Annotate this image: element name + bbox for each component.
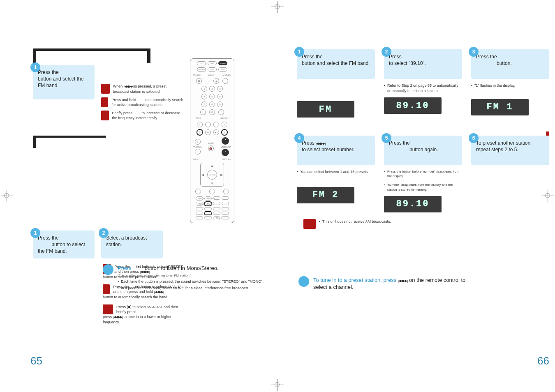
- remote-btn-dvd: DVD: [208, 61, 217, 65]
- remote-next-icon: ›|: [222, 129, 227, 135]
- remote-btn-pgm: [200, 109, 206, 115]
- footer-heading: Press button to listen in Mono/Stereo.: [118, 265, 264, 272]
- r-step1-box: Press the button and select the FM band.: [297, 49, 375, 79]
- remote-stop-icon: ■: [205, 129, 211, 135]
- sub-c-tail: press |◀◀ ▶▶| to tune in to a lower or h…: [103, 314, 185, 325]
- remote-label-tuning: TUNING/CH: [220, 145, 231, 148]
- step1b-box: Press the button to select the FM band.: [33, 231, 95, 258]
- remote-label-return: RETURN: [222, 158, 231, 161]
- footer-bullet-icon: [103, 264, 113, 275]
- step1b-text-a: Press the: [38, 235, 59, 241]
- lcd-display: FM 1: [471, 99, 529, 115]
- r-step5-b1: Press the button before 'number' disappe…: [384, 169, 462, 178]
- seek-icon: |◀◀ ▶▶|: [316, 142, 325, 145]
- r-step5-box: Press the button again.: [384, 136, 462, 165]
- footer-left: Press button to listen in Mono/Stereo. (…: [103, 265, 284, 291]
- r-step6-text: To preset another station, repeat steps …: [476, 140, 532, 152]
- step1-text-b: button and select the FM band.: [38, 76, 83, 88]
- r-step3-b: button.: [497, 60, 512, 66]
- remote-fwd-icon: »: [222, 122, 227, 127]
- r-step1-a: Press the: [302, 54, 323, 60]
- remote-label-menu: MENU: [193, 158, 199, 161]
- seek-icon: |◀◀ ▶▶|: [398, 279, 407, 283]
- step2b-number: 2: [99, 228, 109, 238]
- remote-numpad: 123 456 789: [201, 86, 223, 107]
- step1-box: Press the button and select the FM band.: [33, 65, 95, 99]
- arrow-left-icon: ◀: [201, 173, 204, 177]
- r-step4-num: 4: [294, 133, 304, 143]
- crop-mark-left: [1, 190, 13, 202]
- r-step5-b: button again.: [409, 147, 438, 152]
- remote-btn-cancel: [218, 109, 224, 115]
- remote-label-repeat: REPEAT: [220, 117, 229, 120]
- remote-btn-tv: TV: [197, 61, 206, 65]
- r-step3-box: Press the button.: [471, 49, 549, 79]
- sub-c: Press (■) to select MANUAL and then brie…: [116, 304, 185, 314]
- footer-b1: Each time the button is pressed, the sou…: [118, 279, 264, 284]
- r-step1-num: 1: [294, 47, 304, 57]
- remote-label-volume: VOLUME: [193, 145, 202, 148]
- remote-btn: [222, 78, 228, 84]
- r-step2-b1: Refer to Step 2 on page 65 to automatica…: [384, 83, 462, 93]
- crop-mark-bottom: [271, 379, 284, 391]
- remote-label-tvvideo: TV/VIDEO: [222, 74, 231, 76]
- r-step2-num: 2: [382, 47, 391, 57]
- r-step5-b2: 'number' disappears from the display and…: [384, 182, 462, 191]
- icon-indicator: [103, 304, 113, 314]
- remote-label-step: STEP: [196, 117, 201, 120]
- remote-mute-icon: 🔇: [208, 145, 214, 151]
- r-step4-b: to select preset number.: [302, 147, 354, 152]
- remote-vol-up-icon: +: [195, 139, 201, 145]
- step1-text-a: Press the: [38, 69, 59, 75]
- footer-right: To tune in to a preset station, press |◀…: [298, 277, 479, 291]
- r-step4-b1: You can select between 1 and 15 presets.: [297, 169, 375, 175]
- r-step3-b1: "1" flashes in the display.: [471, 83, 549, 88]
- lcd-display: FM: [297, 101, 354, 118]
- step1-number: 1: [30, 62, 40, 72]
- sub-b-tail: button to automatically search the band.: [103, 295, 185, 300]
- arrow-down-icon: ▼: [210, 182, 214, 185]
- remote-vol-down-icon: −: [195, 149, 201, 154]
- r-step6-num: 6: [469, 133, 479, 143]
- icon-indicator: [101, 111, 109, 120]
- remote-prev-icon: |‹: [197, 129, 203, 135]
- icon-indicator: [101, 97, 108, 107]
- step1b-text-b: button to select the FM band.: [38, 242, 85, 254]
- r-step3-num: 3: [469, 47, 479, 57]
- footer-heading-r: To tune in to a preset station, press |◀…: [313, 277, 479, 291]
- arrow-right-icon: ▶: [220, 173, 223, 177]
- tip3: Briefly press to increase or decrease th…: [112, 111, 183, 120]
- r-step2-box: Press to select "89.10".: [384, 49, 462, 79]
- r-step1-b: button and select the FM band.: [302, 60, 370, 66]
- crop-mark-top: [271, 1, 284, 13]
- remote-play-icon: ▸॥: [213, 129, 219, 135]
- r-step3-a: Press the: [476, 54, 497, 60]
- footer-sub: (This applies only when listening to an …: [118, 274, 264, 277]
- tip1: When |◀◀ ▶▶| is pressed, a preset broadc…: [113, 84, 183, 94]
- footer-bullet-icon: [298, 276, 309, 287]
- remote-tune-down-icon: ˅: [222, 149, 229, 156]
- r-step4-box: Press |◀◀ ▶▶| to select preset number.: [297, 136, 375, 165]
- remote-label-mute: MUTE: [208, 142, 214, 145]
- remote-dpad: ▲ ▼ ◀ ▶ ENTER: [200, 163, 224, 187]
- icon-indicator: [303, 219, 316, 229]
- remote-btn-audio: [209, 189, 215, 194]
- footer-b2: In a poor reception area, select MONO fo…: [118, 286, 264, 291]
- step2b-text: Select a broadcast station.: [106, 235, 147, 247]
- r-step5-num: 5: [382, 133, 391, 143]
- lcd-display: FM 2: [297, 187, 354, 203]
- remote-btn-info: [195, 189, 201, 194]
- remote-label-power: POWER: [193, 74, 201, 76]
- remote-btn: [205, 122, 211, 127]
- remote-btn-tuner: TUNER: [218, 61, 227, 65]
- remote-btn-aux: AUX: [208, 67, 217, 71]
- remote-eject-icon: ▲: [213, 78, 219, 84]
- page-number-left: 65: [30, 355, 42, 367]
- r-step6-box: To preset another station, repeat steps …: [471, 136, 549, 165]
- tip2: Press and hold to automatically search f…: [111, 97, 183, 107]
- step2b-box: Select a broadcast station.: [101, 231, 163, 258]
- remote-btn-0: 0: [209, 109, 215, 115]
- r-step5-a: Press the: [389, 140, 410, 146]
- am-note: This unit does not receive AM broadcasts…: [319, 219, 391, 224]
- remote-diagram: TV DVD TUNER D.READY AUX USB POWER EJECT…: [190, 58, 234, 223]
